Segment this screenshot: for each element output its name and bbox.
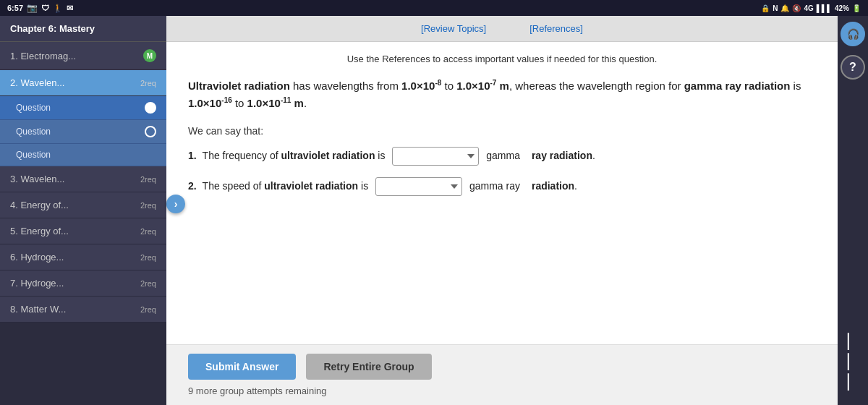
menu-line-1: ▏ bbox=[848, 333, 859, 350]
wifi-signal: ▌▌▌ bbox=[817, 4, 832, 12]
q2-suffix-2: radiation. bbox=[520, 177, 577, 195]
value-1-bold: 1.0×10-8 bbox=[401, 80, 441, 92]
sidebar-item-4-badge: 2req bbox=[140, 201, 156, 210]
battery-icon: 🔋 bbox=[852, 4, 861, 12]
sidebar-item-1-badge: M bbox=[143, 49, 156, 62]
q1-prefix: The frequency of bbox=[203, 147, 281, 165]
menu-line-2: ▏ bbox=[848, 353, 859, 370]
sidebar-item-3-label: 3. Wavelen... bbox=[10, 174, 64, 184]
battery-percent: 42% bbox=[835, 4, 849, 12]
time-display: 6:57 bbox=[7, 4, 23, 12]
sidebar-item-2-label: 2. Wavelen... bbox=[10, 77, 64, 88]
q1-ray-bold: ray radiation bbox=[532, 150, 592, 161]
menu-line-3: ▏ bbox=[848, 373, 859, 391]
sidebar-item-7-badge: 2req bbox=[140, 279, 156, 288]
right-panel: 🎧 ? ▏ ▏ ▏ bbox=[838, 16, 868, 405]
sidebar-item-6-label: 6. Hydroge... bbox=[10, 252, 64, 263]
chevron-right-icon: › bbox=[174, 198, 178, 210]
sidebar-item-4[interactable]: 4. Energy of... 2req bbox=[0, 192, 166, 218]
sidebar-item-7[interactable]: 7. Hydroge... 2req bbox=[0, 270, 166, 297]
attempts-remaining-text: 9 more group attempts remaining bbox=[188, 385, 816, 396]
status-right: 🔒 N 🔔 🔇 4G ▌▌▌ 42% 🔋 bbox=[761, 4, 861, 12]
status-bar: 6:57 📷 🛡 🚶 ✉ 🔒 N 🔔 🔇 4G ▌▌▌ 42% 🔋 bbox=[0, 0, 868, 16]
sidebar-subitem-2-1[interactable]: Question bbox=[0, 96, 166, 120]
sidebar-item-6[interactable]: 6. Hydroge... 2req bbox=[0, 244, 166, 270]
q1-bold-uv: ultraviolet radiation bbox=[281, 147, 375, 165]
subitem-2-1-icon bbox=[145, 102, 156, 114]
sidebar-item-8-badge: 2req bbox=[140, 305, 156, 314]
question-item-1: 1. The frequency of ultraviolet radiatio… bbox=[188, 147, 816, 166]
sidebar-expand-button[interactable]: › bbox=[166, 195, 185, 213]
retry-entire-group-button[interactable]: Retry Entire Group bbox=[306, 354, 431, 380]
sidebar-item-5[interactable]: 5. Energy of... 2req bbox=[0, 218, 166, 244]
subitem-2-2-icon bbox=[145, 126, 156, 137]
sidebar-item-2-badge: 2req bbox=[140, 79, 156, 88]
main-container: Chapter 6: Mastery 1. Electromag... M 2.… bbox=[0, 16, 868, 405]
right-panel-nav: ▏ ▏ ▏ bbox=[848, 333, 859, 405]
signal-icon: 4G bbox=[804, 4, 813, 12]
sidebar-item-3[interactable]: 3. Wavelen... 2req bbox=[0, 166, 166, 192]
gamma-radiation-bold: gamma ray radiation bbox=[684, 80, 791, 92]
q2-number: 2. bbox=[188, 177, 197, 195]
lock-icon: 🔒 bbox=[761, 4, 770, 12]
q1-suffix: gamma bbox=[483, 147, 520, 165]
question-body-text: Ultraviolet radiation has wavelengths fr… bbox=[188, 77, 816, 112]
value-3-bold: 1.0×10-16 bbox=[188, 97, 232, 109]
q1-number: 1. bbox=[188, 147, 197, 165]
q1-mid: is bbox=[375, 147, 388, 165]
q2-mid: is bbox=[358, 177, 371, 195]
sidebar-item-5-label: 5. Energy of... bbox=[10, 226, 69, 236]
action-buttons: Submit Answer Retry Entire Group bbox=[188, 354, 816, 380]
q1-suffix-2: ray radiation. bbox=[520, 147, 595, 165]
q1-dropdown[interactable]: greater than less than equal to bbox=[392, 147, 479, 166]
sidebar-subitem-2-3[interactable]: Question bbox=[0, 144, 166, 166]
sidebar-item-1[interactable]: 1. Electromag... M bbox=[0, 42, 166, 70]
sidebar-subitem-2-2[interactable]: Question bbox=[0, 120, 166, 144]
sidebar-item-5-badge: 2req bbox=[140, 227, 156, 236]
q2-prefix: The speed of bbox=[203, 177, 265, 195]
question-mark-icon: ? bbox=[849, 61, 856, 74]
action-bar: Submit Answer Retry Entire Group 9 more … bbox=[166, 344, 838, 405]
alarm-icon: 🔔 bbox=[780, 4, 789, 12]
q2-suffix: gamma ray bbox=[467, 177, 520, 195]
status-left: 6:57 📷 🛡 🚶 ✉ bbox=[7, 3, 73, 13]
tab-bar: [Review Topics] [References] bbox=[166, 16, 838, 42]
sidebar-item-3-badge: 2req bbox=[140, 175, 156, 184]
q2-radiation-bold: radiation bbox=[532, 180, 574, 192]
help-button[interactable]: ? bbox=[841, 55, 865, 80]
question-content: Use the References to access important v… bbox=[166, 42, 838, 344]
person-icon: 🚶 bbox=[53, 4, 63, 13]
sidebar-item-7-label: 7. Hydroge... bbox=[10, 278, 64, 289]
subitem-2-3-label: Question bbox=[16, 150, 51, 160]
headset-button[interactable]: 🎧 bbox=[841, 22, 865, 46]
q2-dropdown[interactable]: greater than less than equal to bbox=[375, 177, 462, 196]
content-area: [Review Topics] [References] Use the Ref… bbox=[166, 16, 838, 405]
we-can-say-text: We can say that: bbox=[188, 125, 816, 137]
tab-review-topics[interactable]: [Review Topics] bbox=[421, 22, 486, 35]
shield-icon: 🛡 bbox=[41, 4, 49, 12]
headset-icon: 🎧 bbox=[847, 28, 859, 40]
n-indicator: N bbox=[773, 4, 778, 12]
sidebar-item-8-label: 8. Matter W... bbox=[10, 304, 66, 315]
subitem-2-1-label: Question bbox=[16, 103, 51, 113]
sidebar-header: Chapter 6: Mastery bbox=[0, 16, 166, 42]
sidebar-item-1-label: 1. Electromag... bbox=[10, 51, 76, 61]
q2-bold-uv: ultraviolet radiation bbox=[264, 177, 358, 195]
uv-radiation-bold: Ultraviolet radiation bbox=[188, 80, 290, 92]
subitem-2-2-label: Question bbox=[16, 127, 51, 137]
tab-references[interactable]: [References] bbox=[529, 22, 583, 35]
sidebar: Chapter 6: Mastery 1. Electromag... M 2.… bbox=[0, 16, 166, 405]
reference-note: Use the References to access important v… bbox=[188, 54, 816, 64]
value-2-bold: 1.0×10-7 m bbox=[456, 80, 509, 92]
camera-icon: 📷 bbox=[27, 3, 38, 13]
sidebar-item-2[interactable]: 2. Wavelen... 2req bbox=[0, 70, 166, 96]
sidebar-item-6-badge: 2req bbox=[140, 253, 156, 262]
sidebar-item-8[interactable]: 8. Matter W... 2req bbox=[0, 297, 166, 323]
mail-icon: ✉ bbox=[67, 4, 73, 13]
mute-icon: 🔇 bbox=[792, 4, 801, 12]
submit-answer-button[interactable]: Submit Answer bbox=[188, 354, 296, 380]
sidebar-item-4-label: 4. Energy of... bbox=[10, 200, 69, 210]
value-4-bold: 1.0×10-11 m bbox=[247, 97, 304, 109]
question-item-2: 2. The speed of ultraviolet radiation is… bbox=[188, 177, 816, 196]
